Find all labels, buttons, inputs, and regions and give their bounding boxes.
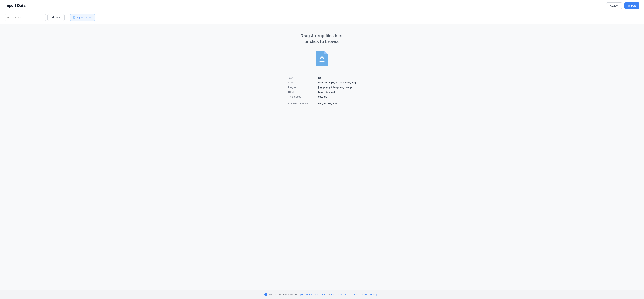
or-separator: or [66,16,68,19]
footer-content: i See the documentation to import preann… [264,293,380,296]
file-type-divider [288,99,356,101]
file-type-label-images: Images [288,85,318,90]
url-row: Add URL or Upload Files [0,11,644,24]
file-type-value-images: jpg, png, gif, bmp, svg, webp [318,85,356,90]
footer-middle-text: or to [326,293,330,296]
file-type-label-html: HTML [288,90,318,94]
file-type-label-text: Text [288,76,318,80]
drop-zone-title-line2: or click to browse [300,39,344,45]
main-content: Drag & drop files here or click to brows… [0,24,644,290]
svg-text:i: i [266,293,266,295]
file-type-value-audio: wav, aiff, mp3, au, flac, m4a, ogg [318,80,356,85]
dataset-url-input[interactable] [4,14,46,21]
add-url-button[interactable]: Add URL [48,14,64,21]
file-type-value-text: txt [318,76,356,80]
page-title: Import Data [4,4,26,8]
footer-link-sync[interactable]: sync data from a database or cloud stora… [331,293,378,296]
footer: i See the documentation to import preann… [0,290,644,299]
file-types-table: Text txt Audio wav, aiff, mp3, au, flac,… [288,76,356,106]
footer-end-text: . [379,293,380,296]
file-type-value-timeseries: csv, tsv [318,94,356,99]
file-type-value-common: csv, tsv, txt, json [318,101,356,106]
footer-link-preannotated[interactable]: import preannotated data [298,293,325,296]
file-type-label-timeseries: Time Series [288,94,318,99]
file-upload-icon [315,51,329,66]
header-actions: Cancel Import [606,3,640,9]
file-upload-icon-container [315,51,329,67]
import-button[interactable]: Import [624,3,640,9]
upload-icon [73,16,76,19]
file-type-value-html: html, htm, xml [318,90,356,94]
file-type-label-common: Common Formats [288,101,318,106]
app-header: Import Data Cancel Import [0,0,644,11]
file-type-label-audio: Audio [288,80,318,85]
cancel-button[interactable]: Cancel [606,3,622,9]
drop-zone-title-line1: Drag & drop files here [300,33,344,39]
drop-zone-text: Drag & drop files here or click to brows… [300,33,344,45]
upload-files-button[interactable]: Upload Files [70,14,95,21]
footer-text: See the documentation to [269,293,296,296]
info-icon: i [264,293,267,296]
